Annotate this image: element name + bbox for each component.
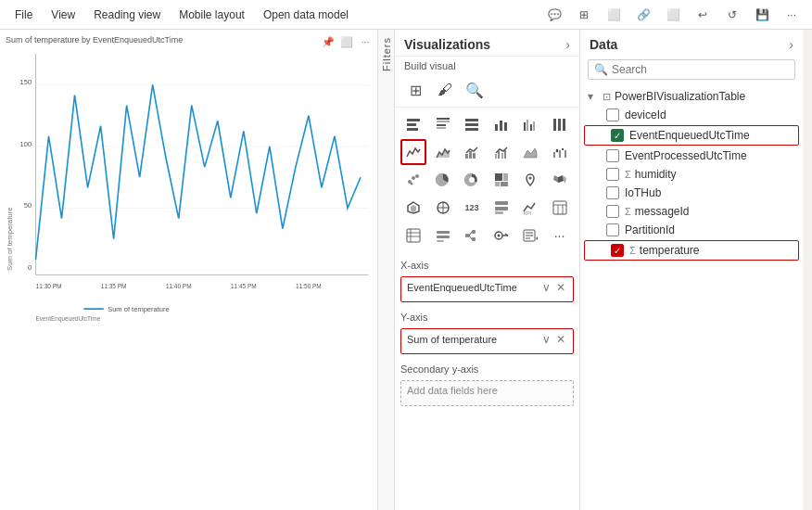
svg-marker-95 [536,236,538,240]
svg-rect-82 [465,234,469,237]
add-data-icon[interactable]: 🖌 [432,77,458,103]
slicer-btn[interactable] [430,223,456,249]
stacked-column-icon[interactable] [488,111,514,137]
menu-view[interactable]: View [44,5,82,25]
checkbox-PartitionId[interactable] [606,223,619,236]
x-axis-chip: EventEnqueuedUtcTime ∨ ✕ [407,281,567,294]
menu-mobile-layout[interactable]: Mobile layout [171,5,252,25]
undo-icon-btn[interactable]: ↩ [690,2,716,28]
svg-text:11:45 PM: 11:45 PM [231,283,257,289]
menu-open-data-model[interactable]: Open data model [256,5,356,25]
svg-rect-71 [553,201,566,214]
svg-rect-38 [563,119,565,131]
card-number-btn[interactable]: 123 [459,195,485,221]
svg-rect-23 [437,121,450,122]
line-chart-btn[interactable] [400,139,426,165]
menu-bar: File View Reading view Mobile layout Ope… [0,0,812,30]
field-PartitionId[interactable]: PartitionId [580,221,803,239]
donut-btn[interactable] [459,167,485,193]
checkbox-IoTHub[interactable] [606,186,619,199]
comment-icon-btn[interactable]: 💬 [541,2,567,28]
y-axis-field-box[interactable]: Sum of temperature ∨ ✕ [400,328,574,354]
data-expand-icon[interactable]: › [789,37,793,52]
build-fields: X-axis EventEnqueuedUtcTime ∨ ✕ Y-axis S [395,252,579,510]
treemap-btn[interactable] [488,167,514,193]
checkbox-temperature[interactable]: ✓ [611,244,624,257]
svg-text:11:50 PM: 11:50 PM [296,283,322,289]
y-axis-remove-icon[interactable]: ✕ [554,333,567,346]
multi-row-card-btn[interactable] [488,195,514,221]
field-EventProcessedUtcTime[interactable]: EventProcessedUtcTime [580,147,803,165]
key-influencers-btn[interactable] [488,223,514,249]
sigma-humidity-icon: Σ [625,169,631,180]
svg-line-85 [469,232,472,236]
svg-text:Sum of temperature: Sum of temperature [6,208,14,271]
scatter-btn[interactable] [400,167,426,193]
field-IoTHub[interactable]: IoTHub [580,184,803,202]
map-btn[interactable] [517,167,543,193]
filled-map-btn[interactable] [547,167,573,193]
pie-btn[interactable] [430,167,456,193]
field-humidity[interactable]: Σ humidity [580,165,803,184]
ribbon-chart-btn[interactable] [517,139,543,165]
save-icon-btn[interactable]: 💾 [749,2,775,28]
x-axis-remove-icon[interactable]: ✕ [554,281,567,294]
table-btn[interactable] [547,195,573,221]
format-visual-icon[interactable]: ⊞ [402,77,428,103]
link-icon-btn[interactable]: 🔗 [630,2,656,28]
100pct-bar-horiz-icon[interactable] [459,111,485,137]
more-visuals-btn[interactable]: ··· [547,223,573,249]
field-messageId[interactable]: Σ messageId [580,202,803,221]
viz-expand-icon[interactable]: › [565,37,570,52]
stacked-bar-horiz-icon[interactable] [400,111,426,137]
x-axis-dropdown-icon[interactable]: ∨ [540,281,552,294]
kpi-btn[interactable]: KPI [517,195,543,221]
checkbox-deviceId[interactable] [606,108,619,121]
window-icon-btn[interactable]: ⬜ [601,2,627,28]
apps-icon-btn[interactable]: ⊞ [571,2,597,28]
menu-file[interactable]: File [7,5,40,25]
svg-rect-83 [472,230,476,234]
line-stacked-btn[interactable] [459,139,485,165]
analytics-icon[interactable]: 🔍 [462,77,488,103]
field-temperature[interactable]: ✓ Σ temperature [584,240,799,261]
chart-canvas: Sum of temperature 150 100 50 0 11:30 PM… [4,33,374,506]
secondary-y-field-box[interactable]: Add data fields here [400,380,574,406]
decomp-tree-btn[interactable] [459,223,485,249]
matrix-btn[interactable] [400,223,426,249]
x-axis-field-box[interactable]: EventEnqueuedUtcTime ∨ ✕ [400,276,574,302]
data-tree: ▾ ⊡ PowerBIVisualizationTable deviceId ✓… [580,83,803,510]
svg-rect-80 [437,236,450,238]
y-axis-dropdown-icon[interactable]: ∨ [540,333,552,346]
svg-rect-45 [501,153,503,159]
viz-icons-grid: 123 KPI [395,108,579,252]
menu-reading-view[interactable]: Reading view [86,5,168,25]
checkbox-humidity[interactable] [606,168,619,181]
svg-rect-30 [500,121,502,131]
redo-icon-btn[interactable]: ↺ [719,2,745,28]
more-menu-btn[interactable]: ··· [779,2,805,28]
area-chart-btn[interactable] [430,139,456,165]
chart-area: Sum of temperature by EventEnqueuedUtcTi… [0,30,378,510]
100pct-col-icon[interactable] [547,111,573,137]
search-input[interactable] [612,63,789,76]
clustered-bar-horiz-icon[interactable] [430,111,456,137]
checkbox-messageId[interactable] [606,205,619,218]
waterfall-btn[interactable] [547,139,573,165]
field-name-IoTHub: IoTHub [625,186,661,199]
field-EventEnqueuedUtcTime[interactable]: ✓ EventEnqueuedUtcTime [584,125,799,146]
table-expand-item[interactable]: ▾ ⊡ PowerBIVisualizationTable [580,87,803,106]
search-box[interactable]: 🔍 [588,59,795,80]
svg-text:11:30 PM: 11:30 PM [36,283,62,289]
placeholder1-icon-btn[interactable]: ⬜ [660,2,686,28]
field-deviceId[interactable]: deviceId [580,106,803,124]
visualizations-panel: Visualizations › Build visual ⊞ 🖌 🔍 [395,30,580,510]
line-clustered-btn[interactable] [488,139,514,165]
checkbox-EventProcessedUtcTime[interactable] [606,149,619,162]
svg-rect-29 [495,124,498,131]
checkbox-EventEnqueuedUtcTime[interactable]: ✓ [611,129,624,142]
clustered-col-icon[interactable] [517,111,543,137]
smart-narrative-btn[interactable] [517,223,543,249]
shape-map-btn[interactable] [430,195,456,221]
azure-map-btn[interactable] [400,195,426,221]
